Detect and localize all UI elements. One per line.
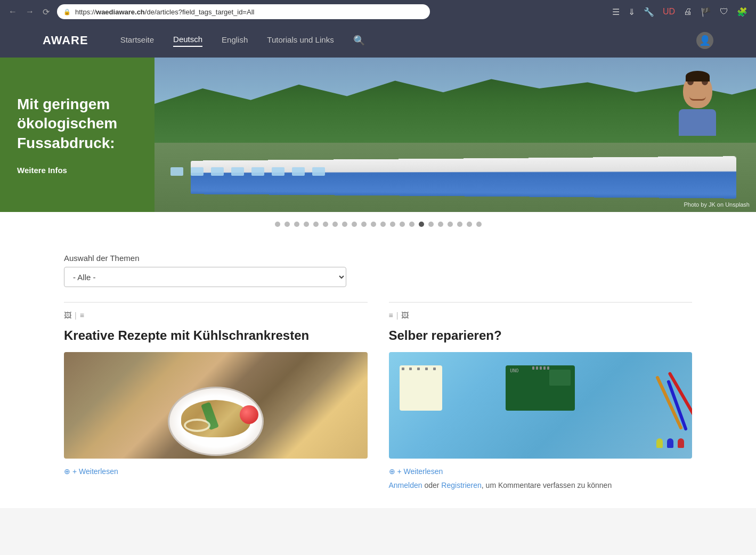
extension-icon[interactable]: UD: [661, 5, 677, 19]
nav-english[interactable]: English: [222, 35, 248, 46]
article-title-1: Kreative Rezepte mit Kühlschrankresten: [64, 328, 368, 344]
read-more-label-1: + Weiterlesen: [72, 467, 118, 476]
carousel-dot-6[interactable]: [323, 222, 328, 227]
browser-actions: ☰ ⇓ 🔧 UD 🖨 🏴 🛡 🧩: [610, 5, 750, 19]
carousel-dot-8[interactable]: [342, 222, 347, 227]
browser-nav-buttons: ← → ⟳: [6, 5, 52, 19]
articles-grid: 🖼 | ≡ Kreative Rezepte mit Kühlschrankre…: [64, 302, 692, 491]
article-read-more-1[interactable]: ⊕ + Weiterlesen: [64, 467, 368, 476]
bookmarks-icon[interactable]: ☰: [610, 5, 622, 19]
browser-chrome: ← → ⟳ 🔒 https://waediaware.ch/de/article…: [0, 0, 756, 23]
list-view-icon-2[interactable]: ≡: [389, 311, 393, 320]
extensions-icon[interactable]: 🧩: [735, 5, 750, 19]
carousel-dot-22[interactable]: [476, 222, 482, 227]
carousel-dot-18[interactable]: [438, 222, 443, 227]
site-nav: Startseite Deutsch English Tutorials und…: [120, 32, 713, 49]
hero-title: Mit geringem ökologischem Fussabdruck:: [17, 95, 137, 153]
forward-button[interactable]: →: [23, 5, 36, 19]
carousel-dot-21[interactable]: [467, 222, 472, 227]
carousel-dot-5[interactable]: [313, 222, 319, 227]
carousel-dot-19[interactable]: [448, 222, 453, 227]
user-icon[interactable]: 👤: [696, 32, 713, 49]
lock-icon: 🔒: [63, 9, 71, 15]
carousel-dot-4[interactable]: [304, 222, 309, 227]
address-bar[interactable]: 🔒 https://waediaware.ch/de/articles?fiel…: [57, 4, 430, 19]
flag-icon[interactable]: 🏴: [698, 5, 713, 19]
carousel-dot-14[interactable]: [400, 222, 405, 227]
hero-image-panel: Photo by JK on Unsplash: [155, 58, 756, 212]
read-more-icon-1: ⊕: [64, 467, 70, 476]
shield-icon[interactable]: 🛡: [718, 5, 730, 19]
hero-text-panel: Mit geringem ökologischem Fussabdruck: W…: [0, 58, 155, 212]
site-header: AWARE Startseite Deutsch English Tutoria…: [0, 23, 756, 58]
photo-credit: Photo by JK on Unsplash: [684, 201, 750, 208]
carousel-dot-13[interactable]: [390, 222, 395, 227]
article-view-toggle-1: 🖼 | ≡: [64, 311, 368, 320]
article-image-2: UNO: [389, 352, 693, 459]
download-icon[interactable]: ⇓: [626, 5, 637, 19]
image-view-icon[interactable]: 🖼: [64, 311, 71, 320]
hero-section: Mit geringem ökologischem Fussabdruck: W…: [0, 58, 756, 212]
list-view-icon[interactable]: ≡: [80, 311, 84, 320]
url-text: https://waediaware.ch/de/articles?field_…: [75, 8, 254, 16]
article-comment-2: Anmelden oder Registrieren, um Kommentar…: [389, 480, 693, 491]
article-read-more-2[interactable]: ⊕ + Weiterlesen: [389, 467, 693, 476]
main-content: Auswahl der Themen - Alle - Ernährung Te…: [0, 236, 756, 508]
article-title-2: Selber reparieren?: [389, 328, 693, 344]
tools-icon[interactable]: 🔧: [641, 5, 656, 19]
toggle-separator-2: |: [396, 311, 399, 320]
carousel-dot-20[interactable]: [457, 222, 462, 227]
reload-button[interactable]: ⟳: [40, 5, 52, 19]
carousel-dot-2[interactable]: [284, 222, 290, 227]
carousel-dots: [0, 212, 756, 236]
read-more-label-2: + Weiterlesen: [397, 467, 443, 476]
carousel-dot-12[interactable]: [380, 222, 386, 227]
carousel-dot-10[interactable]: [361, 222, 367, 227]
print-icon[interactable]: 🖨: [681, 5, 694, 19]
register-link[interactable]: Registrieren: [441, 481, 481, 489]
article-image-1: [64, 352, 368, 459]
theme-selector-label: Auswahl der Themen: [64, 254, 692, 263]
login-link[interactable]: Anmelden: [389, 481, 422, 489]
carousel-dot-11[interactable]: [371, 222, 376, 227]
back-button[interactable]: ←: [6, 5, 19, 19]
article-card-1: 🖼 | ≡ Kreative Rezepte mit Kühlschrankre…: [64, 302, 368, 491]
article-view-toggle-2: ≡ | 🖼: [389, 311, 693, 320]
theme-select[interactable]: - Alle - Ernährung Technologie Energie M…: [64, 267, 346, 287]
search-icon[interactable]: 🔍: [353, 35, 365, 46]
nav-deutsch[interactable]: Deutsch: [173, 35, 202, 47]
carousel-dot-15[interactable]: [409, 222, 414, 227]
carousel-dot-16[interactable]: [419, 222, 424, 227]
site-logo[interactable]: AWARE: [43, 34, 88, 47]
carousel-dot-9[interactable]: [352, 222, 357, 227]
nav-tutorials[interactable]: Tutorials und Links: [267, 35, 334, 46]
image-view-icon-2[interactable]: 🖼: [401, 311, 409, 320]
read-more-icon-2: ⊕: [389, 467, 395, 476]
carousel-dot-17[interactable]: [428, 222, 434, 227]
carousel-dot-7[interactable]: [332, 222, 338, 227]
article-card-2: ≡ | 🖼 Selber reparieren? UNO: [389, 302, 693, 491]
toggle-separator-1: |: [75, 311, 77, 320]
hero-cta-link[interactable]: Weitere Infos: [17, 166, 137, 175]
nav-startseite[interactable]: Startseite: [120, 35, 154, 46]
carousel-dot-1[interactable]: [275, 222, 280, 227]
carousel-dot-3[interactable]: [294, 222, 299, 227]
